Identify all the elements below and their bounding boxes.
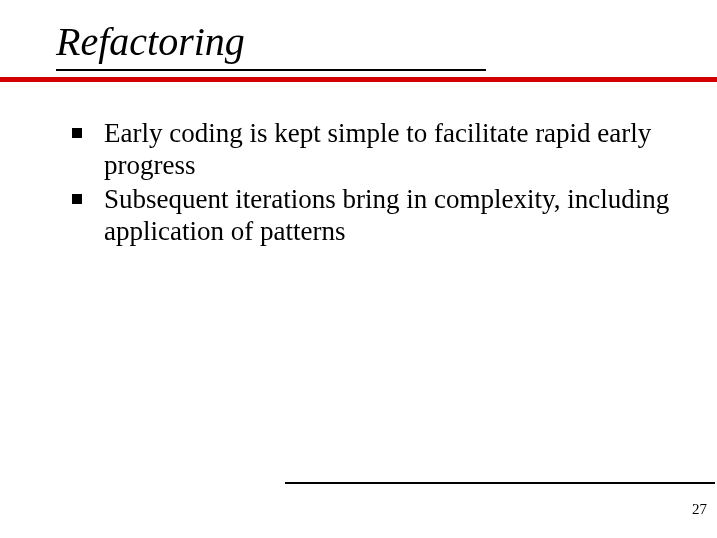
list-item: Subsequent iterations bring in complexit…	[72, 184, 677, 248]
bullet-text: Subsequent iterations bring in complexit…	[104, 184, 669, 246]
slide-title: Refactoring	[56, 18, 717, 65]
slide: Refactoring Early coding is kept simple …	[0, 0, 717, 538]
bullet-text: Early coding is kept simple to facilitat…	[104, 118, 651, 180]
footer-rule	[285, 482, 715, 484]
content-area: Early coding is kept simple to facilitat…	[0, 82, 717, 247]
title-wrap: Refactoring	[0, 0, 717, 65]
list-item: Early coding is kept simple to facilitat…	[72, 118, 677, 182]
bullet-list: Early coding is kept simple to facilitat…	[72, 118, 677, 247]
title-underline	[56, 69, 486, 71]
page-number: 27	[692, 501, 707, 518]
